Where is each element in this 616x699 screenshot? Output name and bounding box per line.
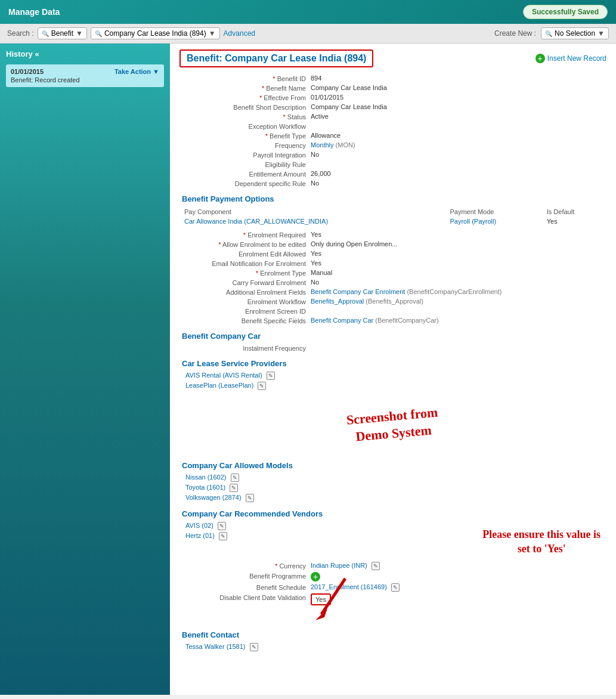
payment-col-component: Pay Component xyxy=(179,207,445,216)
benefit-name-label: * Benefit Name xyxy=(179,84,311,92)
enrolment-required-value: Yes xyxy=(311,231,606,239)
field-instalment-frequency: Instalment Frequency xyxy=(179,344,606,352)
field-eligibility-rule: Eligibility Rule xyxy=(179,160,606,168)
field-short-description: Benefit Short Description Company Car Le… xyxy=(179,103,606,111)
nissan-link[interactable]: Nissan (1602) xyxy=(185,474,226,481)
insert-new-record-button[interactable]: + Insert New Record xyxy=(535,54,606,63)
edit-icon-tessa[interactable]: ✎ xyxy=(250,643,258,651)
currency-blue: Indian Rupee (INR) xyxy=(311,562,367,569)
bottom-fields: * Currency Indian Rupee (INR) ✎ Benefit … xyxy=(179,562,606,605)
hertz-link[interactable]: Hertz (01) xyxy=(185,532,215,539)
instalment-frequency-label: Instalment Frequency xyxy=(179,344,311,352)
content-area: Benefit: Company Car Lease India (894) +… xyxy=(170,44,616,695)
frequency-value: Monthly (MON) xyxy=(311,141,606,149)
app-title: Manage Data xyxy=(8,7,60,17)
payment-table: Pay Component Payment Mode Is Default Ca… xyxy=(179,207,606,226)
exception-workflow-label: Exception Workflow xyxy=(179,122,311,130)
benefit-schedule-blue: 2017_Enrolment (161469) xyxy=(311,583,387,590)
disable-client-date-value: Yes xyxy=(311,593,606,605)
instalment-frequency-value xyxy=(311,344,606,352)
eligibility-rule-value xyxy=(311,160,606,168)
plus-icon: + xyxy=(535,54,545,63)
table-row: Car Allowance India (CAR_ALLOWANCE_INDIA… xyxy=(179,216,606,226)
frequency-label: Frequency xyxy=(179,141,311,149)
vendors-and-annotation: AVIS (02) ✎ Hertz (01) ✎ Please ensure t… xyxy=(179,522,606,562)
create-new-dropdown[interactable]: 🔍 No Selection ▼ xyxy=(541,27,609,39)
additional-fields-blue: Benefit Company Car Enrolment xyxy=(311,288,405,295)
email-notification-value: Yes xyxy=(311,259,606,267)
benefit-filter-dropdown[interactable]: 🔍 Benefit ▼ xyxy=(38,27,87,39)
field-carry-forward: Carry Forward Enrolment No xyxy=(179,279,606,286)
additional-fields-value: Benefit Company Car Enrolment (BenefitCo… xyxy=(311,288,606,296)
payroll-integration-label: Payroll Integration xyxy=(179,151,311,159)
annotation-section: Please ensure this value isset to 'Yes' xyxy=(476,522,606,562)
history-description: Benefit: Record created xyxy=(11,76,159,83)
field-dependent-specific-rule: Dependent specific Rule No xyxy=(179,180,606,187)
svg-marker-1 xyxy=(315,608,327,620)
chevron-down-icon-3: ▼ xyxy=(598,29,605,38)
main-fields: * Benefit ID 894 * Benefit Name Company … xyxy=(179,75,606,187)
leaseplan-link[interactable]: LeasePlan (LeasePlan) xyxy=(185,382,253,389)
create-new-section: Create New : 🔍 No Selection ▼ xyxy=(494,27,609,39)
benefit-specific-fields-value: Benefit Company Car (BenefitCompanyCar) xyxy=(311,317,606,324)
dependent-rule-label: Dependent specific Rule xyxy=(179,180,311,187)
enrolment-edit-allowed-value: Yes xyxy=(311,250,606,258)
carry-forward-value: No xyxy=(311,279,606,286)
edit-icon-hertz[interactable]: ✎ xyxy=(219,532,227,540)
benefit-id-label: * Benefit ID xyxy=(179,75,311,82)
field-enrolment-screen-id: Enrolment Screen ID xyxy=(179,307,606,315)
field-currency: * Currency Indian Rupee (INR) ✎ xyxy=(179,562,606,570)
allow-enrolment-value: Only during Open Enrolmen... xyxy=(311,240,606,248)
field-payroll-integration: Payroll Integration No xyxy=(179,151,606,159)
edit-icon-schedule[interactable]: ✎ xyxy=(391,583,400,592)
edit-icon-toyota[interactable]: ✎ xyxy=(230,484,238,492)
history-item: 01/01/2015 Take Action ▼ Benefit: Record… xyxy=(6,64,164,87)
history-header: History « xyxy=(6,50,164,58)
chevron-down-icon-2: ▼ xyxy=(209,29,216,38)
history-date: 01/01/2015 xyxy=(11,68,44,75)
payment-mode-value: Payroll (Payroll) xyxy=(445,216,541,226)
benefit-filter-value: Benefit xyxy=(51,29,73,38)
enrolment-workflow-paren: (Benefits_Approval) xyxy=(366,298,423,305)
list-item: AVIS Rental (AVIS Rental) ✎ xyxy=(179,372,606,380)
field-benefit-programme: Benefit Programme + xyxy=(179,572,606,582)
advanced-link[interactable]: Advanced xyxy=(224,29,255,38)
currency-label: * Currency xyxy=(179,562,311,570)
car-lease-providers-title: Car Lease Service Providers xyxy=(179,359,606,368)
success-message: Successfully Saved xyxy=(523,5,608,19)
watermark-container: Screenshot fromDemo System xyxy=(179,396,606,454)
benefit-schedule-label: Benefit Schedule xyxy=(179,583,311,592)
edit-icon-currency[interactable]: ✎ xyxy=(372,562,380,570)
edit-icon-volkswagen[interactable]: ✎ xyxy=(246,494,254,502)
benefit-schedule-value: 2017_Enrolment (161469) ✎ xyxy=(311,583,606,592)
edit-icon-nissan[interactable]: ✎ xyxy=(231,474,239,482)
create-new-value: No Selection xyxy=(555,29,595,38)
list-item: AVIS (02) ✎ xyxy=(179,522,465,530)
field-disable-client-date: Disable Client Date Validation Yes xyxy=(179,593,606,605)
avis-rental-link[interactable]: AVIS Rental (AVIS Rental) xyxy=(185,372,262,379)
add-icon-programme[interactable]: + xyxy=(311,572,320,582)
edit-icon-leaseplan[interactable]: ✎ xyxy=(258,382,266,390)
benefit-specific-fields-label: Benefit Specific Fields xyxy=(179,317,311,324)
payment-col-default: Is Default xyxy=(542,207,606,216)
eligibility-rule-label: Eligibility Rule xyxy=(179,160,311,168)
record-filter-dropdown[interactable]: 🔍 Company Car Lease India (894) ▼ xyxy=(91,27,220,39)
enrolment-type-value: Manual xyxy=(311,269,606,277)
field-enrolment-required: * Enrolment Required Yes xyxy=(179,231,606,239)
avis-link[interactable]: AVIS (02) xyxy=(185,522,213,529)
edit-icon-avis-vendor[interactable]: ✎ xyxy=(218,522,226,530)
enrolment-screen-id-value xyxy=(311,307,606,315)
carry-forward-label: Carry Forward Enrolment xyxy=(179,279,311,286)
tessa-walker-link[interactable]: Tessa Walker (1581) xyxy=(185,643,245,650)
status-label: * Status xyxy=(179,113,311,120)
toyota-link[interactable]: Toyota (1601) xyxy=(185,484,225,491)
benefit-specific-blue: Benefit Company Car xyxy=(311,317,373,324)
field-entitlement-amount: Entitlement Amount 26,000 xyxy=(179,170,606,178)
edit-icon-avis[interactable]: ✎ xyxy=(267,372,275,380)
highlight-yes-box: Yes xyxy=(311,593,331,605)
take-action-button[interactable]: Take Action ▼ xyxy=(114,68,159,75)
payroll-integration-value: No xyxy=(311,151,606,159)
volkswagen-link[interactable]: Volkswagen (2874) xyxy=(185,494,242,501)
record-title: Benefit: Company Car Lease India (894) xyxy=(179,50,373,67)
list-item: LeasePlan (LeasePlan) ✎ xyxy=(179,382,606,390)
